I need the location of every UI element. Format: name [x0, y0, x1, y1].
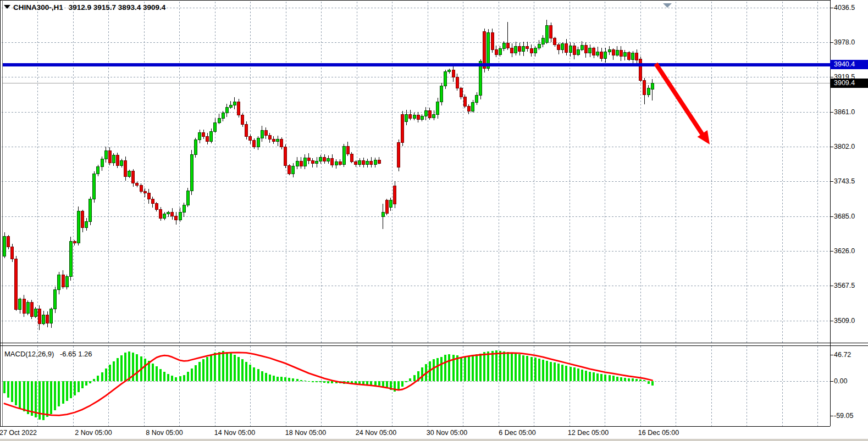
time-axis-label: 2 Nov 05:00 — [63, 428, 124, 437]
chart-shift-marker-icon[interactable] — [663, 3, 672, 8]
symbol-title: CHINA300-,H13912.9 3915.7 3893.4 3909.4 — [13, 3, 165, 12]
time-axis[interactable]: 27 Oct 20222 Nov 05:008 Nov 05:0014 Nov … — [0, 427, 868, 439]
window-bottom-edge — [0, 439, 868, 441]
chart-plot-area[interactable] — [0, 0, 868, 441]
current-price-badge: 3909.4 — [830, 79, 868, 88]
macd-label: MACD(12,26,9) -6.65 1.26 — [4, 350, 92, 358]
price-axis-label: 3802.0 — [834, 142, 855, 151]
macd-signal-line — [4, 353, 653, 416]
macd-axis-label: 46.72 — [834, 350, 851, 359]
time-axis-label: 24 Nov 05:00 — [346, 428, 406, 437]
symbol-timeframe-label: CHINA300-,H1 — [13, 3, 63, 12]
collapse-triangle-icon[interactable] — [4, 5, 10, 9]
time-axis-label: 18 Nov 05:00 — [275, 428, 336, 437]
ohlc-values-label: 3912.9 3915.7 3893.4 3909.4 — [69, 3, 165, 12]
macd-axis-label: 0.00 — [834, 377, 847, 386]
chart-window: CHINA300-,H13912.9 3915.7 3893.4 3909.4 … — [0, 0, 868, 441]
time-axis-label: 14 Nov 05:00 — [204, 428, 265, 437]
panel-splitter[interactable] — [0, 342, 868, 347]
price-axis-label: 3743.5 — [834, 177, 855, 186]
time-axis-label: 8 Nov 05:00 — [134, 428, 195, 437]
price-axis-label: 3861.0 — [834, 108, 855, 116]
time-axis-label: 16 Dec 05:00 — [628, 428, 689, 437]
time-axis-label: 30 Nov 05:00 — [417, 428, 477, 437]
macd-indicator-name: MACD(12,26,9) — [4, 350, 54, 358]
price-axis-label: 3978.0 — [834, 38, 855, 47]
time-axis-label: 12 Dec 05:00 — [558, 428, 618, 437]
price-line-badge: 3940.4 — [830, 60, 868, 69]
price-axis-label: 3685.0 — [834, 212, 855, 221]
price-axis-label: 4036.5 — [834, 3, 855, 12]
time-axis-label: 27 Oct 2022 — [0, 428, 48, 437]
macd-current-values: -6.65 1.26 — [60, 350, 92, 358]
macd-axis-label: -59.05 — [834, 411, 853, 420]
price-axis-label: 3509.0 — [834, 316, 855, 325]
trend-arrow[interactable] — [656, 64, 710, 144]
price-axis-label: 3626.0 — [834, 247, 855, 255]
time-axis-label: 6 Dec 05:00 — [487, 428, 548, 437]
price-axis-label: 3567.5 — [834, 281, 855, 290]
